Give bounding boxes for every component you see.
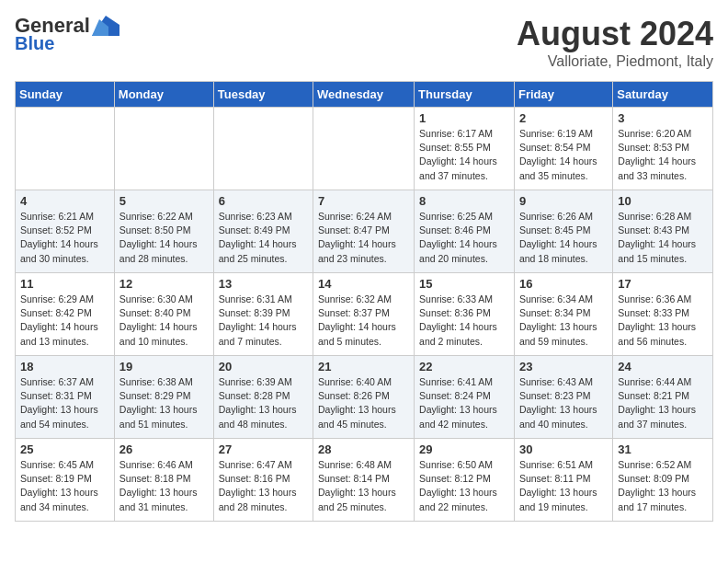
- day-info: Sunrise: 6:20 AMSunset: 8:53 PMDaylight:…: [618, 127, 708, 183]
- day-number: 31: [618, 442, 708, 456]
- calendar-day-24: 24Sunrise: 6:44 AMSunset: 8:21 PMDayligh…: [613, 356, 713, 439]
- day-info: Sunrise: 6:37 AMSunset: 8:31 PMDaylight:…: [20, 375, 109, 431]
- day-number: 13: [219, 277, 308, 291]
- calendar-week-row: 1Sunrise: 6:17 AMSunset: 8:55 PMDaylight…: [16, 108, 713, 190]
- day-info: Sunrise: 6:47 AMSunset: 8:16 PMDaylight:…: [219, 458, 308, 514]
- calendar-day-16: 16Sunrise: 6:34 AMSunset: 8:34 PMDayligh…: [514, 273, 612, 356]
- day-number: 11: [20, 277, 109, 291]
- day-info: Sunrise: 6:40 AMSunset: 8:26 PMDaylight:…: [318, 375, 409, 431]
- day-info: Sunrise: 6:45 AMSunset: 8:19 PMDaylight:…: [20, 458, 109, 514]
- calendar-day-12: 12Sunrise: 6:30 AMSunset: 8:40 PMDayligh…: [114, 273, 213, 356]
- day-number: 20: [219, 360, 308, 373]
- page-header: General Blue August 2024 Valloriate, Pie…: [15, 15, 713, 70]
- calendar-day-17: 17Sunrise: 6:36 AMSunset: 8:33 PMDayligh…: [613, 273, 713, 356]
- calendar-day-14: 14Sunrise: 6:32 AMSunset: 8:37 PMDayligh…: [313, 273, 415, 356]
- calendar-empty-cell: [313, 108, 415, 190]
- day-number: 29: [419, 442, 509, 456]
- header-friday: Friday: [514, 82, 612, 108]
- calendar-day-22: 22Sunrise: 6:41 AMSunset: 8:24 PMDayligh…: [415, 356, 515, 439]
- calendar-day-26: 26Sunrise: 6:46 AMSunset: 8:18 PMDayligh…: [114, 439, 213, 522]
- day-info: Sunrise: 6:22 AMSunset: 8:50 PMDaylight:…: [119, 210, 209, 266]
- day-number: 23: [519, 360, 608, 373]
- day-number: 19: [119, 360, 209, 373]
- day-number: 17: [618, 277, 708, 291]
- calendar-day-4: 4Sunrise: 6:21 AMSunset: 8:52 PMDaylight…: [16, 190, 115, 273]
- day-info: Sunrise: 6:29 AMSunset: 8:42 PMDaylight:…: [20, 293, 109, 349]
- calendar-empty-cell: [114, 108, 213, 190]
- day-info: Sunrise: 6:48 AMSunset: 8:14 PMDaylight:…: [318, 458, 409, 514]
- day-number: 8: [419, 194, 509, 208]
- title-area: August 2024 Valloriate, Piedmont, Italy: [517, 15, 713, 70]
- day-number: 9: [519, 194, 608, 208]
- header-monday: Monday: [114, 82, 213, 108]
- day-info: Sunrise: 6:46 AMSunset: 8:18 PMDaylight:…: [119, 458, 209, 514]
- day-number: 18: [20, 360, 109, 373]
- day-number: 27: [219, 442, 308, 456]
- header-wednesday: Wednesday: [313, 82, 415, 108]
- day-info: Sunrise: 6:21 AMSunset: 8:52 PMDaylight:…: [20, 210, 109, 266]
- calendar-day-3: 3Sunrise: 6:20 AMSunset: 8:53 PMDaylight…: [613, 108, 713, 190]
- calendar-empty-cell: [213, 108, 313, 190]
- calendar-week-row: 11Sunrise: 6:29 AMSunset: 8:42 PMDayligh…: [16, 273, 713, 356]
- day-number: 21: [318, 360, 409, 373]
- day-info: Sunrise: 6:33 AMSunset: 8:36 PMDaylight:…: [419, 293, 509, 349]
- calendar-week-row: 25Sunrise: 6:45 AMSunset: 8:19 PMDayligh…: [16, 439, 713, 522]
- calendar-day-30: 30Sunrise: 6:51 AMSunset: 8:11 PMDayligh…: [514, 439, 612, 522]
- calendar-day-25: 25Sunrise: 6:45 AMSunset: 8:19 PMDayligh…: [16, 439, 115, 522]
- header-saturday: Saturday: [613, 82, 713, 108]
- calendar-day-27: 27Sunrise: 6:47 AMSunset: 8:16 PMDayligh…: [213, 439, 313, 522]
- logo: General Blue: [15, 15, 119, 53]
- day-number: 30: [519, 442, 608, 456]
- day-info: Sunrise: 6:26 AMSunset: 8:45 PMDaylight:…: [519, 210, 608, 266]
- day-number: 15: [419, 277, 509, 291]
- calendar-day-7: 7Sunrise: 6:24 AMSunset: 8:47 PMDaylight…: [313, 190, 415, 273]
- day-number: 24: [618, 360, 708, 373]
- day-number: 10: [618, 194, 708, 208]
- day-number: 16: [519, 277, 608, 291]
- day-info: Sunrise: 6:36 AMSunset: 8:33 PMDaylight:…: [618, 293, 708, 349]
- calendar-empty-cell: [16, 108, 115, 190]
- calendar-day-5: 5Sunrise: 6:22 AMSunset: 8:50 PMDaylight…: [114, 190, 213, 273]
- header-thursday: Thursday: [415, 82, 515, 108]
- day-info: Sunrise: 6:23 AMSunset: 8:49 PMDaylight:…: [219, 210, 308, 266]
- calendar-day-31: 31Sunrise: 6:52 AMSunset: 8:09 PMDayligh…: [613, 439, 713, 522]
- day-number: 5: [119, 194, 209, 208]
- day-info: Sunrise: 6:30 AMSunset: 8:40 PMDaylight:…: [119, 293, 209, 349]
- calendar-table: SundayMondayTuesdayWednesdayThursdayFrid…: [15, 81, 713, 522]
- header-tuesday: Tuesday: [213, 82, 313, 108]
- day-number: 22: [419, 360, 509, 373]
- calendar-week-row: 18Sunrise: 6:37 AMSunset: 8:31 PMDayligh…: [16, 356, 713, 439]
- day-number: 14: [318, 277, 409, 291]
- calendar-header-row: SundayMondayTuesdayWednesdayThursdayFrid…: [16, 82, 713, 108]
- day-number: 7: [318, 194, 409, 208]
- day-number: 6: [219, 194, 308, 208]
- calendar-day-19: 19Sunrise: 6:38 AMSunset: 8:29 PMDayligh…: [114, 356, 213, 439]
- header-sunday: Sunday: [16, 82, 115, 108]
- calendar-day-2: 2Sunrise: 6:19 AMSunset: 8:54 PMDaylight…: [514, 108, 612, 190]
- day-number: 3: [618, 111, 708, 125]
- day-info: Sunrise: 6:17 AMSunset: 8:55 PMDaylight:…: [419, 127, 509, 183]
- logo-text-blue: Blue: [15, 33, 54, 53]
- day-info: Sunrise: 6:24 AMSunset: 8:47 PMDaylight:…: [318, 210, 409, 266]
- location-subtitle: Valloriate, Piedmont, Italy: [517, 53, 713, 70]
- calendar-day-18: 18Sunrise: 6:37 AMSunset: 8:31 PMDayligh…: [16, 356, 115, 439]
- calendar-day-9: 9Sunrise: 6:26 AMSunset: 8:45 PMDaylight…: [514, 190, 612, 273]
- calendar-week-row: 4Sunrise: 6:21 AMSunset: 8:52 PMDaylight…: [16, 190, 713, 273]
- calendar-day-11: 11Sunrise: 6:29 AMSunset: 8:42 PMDayligh…: [16, 273, 115, 356]
- calendar-day-21: 21Sunrise: 6:40 AMSunset: 8:26 PMDayligh…: [313, 356, 415, 439]
- day-number: 1: [419, 111, 509, 125]
- calendar-day-13: 13Sunrise: 6:31 AMSunset: 8:39 PMDayligh…: [213, 273, 313, 356]
- day-number: 25: [20, 442, 109, 456]
- day-info: Sunrise: 6:52 AMSunset: 8:09 PMDaylight:…: [618, 458, 708, 514]
- day-info: Sunrise: 6:32 AMSunset: 8:37 PMDaylight:…: [318, 293, 409, 349]
- day-info: Sunrise: 6:51 AMSunset: 8:11 PMDaylight:…: [519, 458, 608, 514]
- calendar-day-23: 23Sunrise: 6:43 AMSunset: 8:23 PMDayligh…: [514, 356, 612, 439]
- calendar-day-29: 29Sunrise: 6:50 AMSunset: 8:12 PMDayligh…: [415, 439, 515, 522]
- month-year-title: August 2024: [517, 15, 713, 53]
- day-info: Sunrise: 6:43 AMSunset: 8:23 PMDaylight:…: [519, 375, 608, 431]
- calendar-day-28: 28Sunrise: 6:48 AMSunset: 8:14 PMDayligh…: [313, 439, 415, 522]
- day-number: 28: [318, 442, 409, 456]
- day-info: Sunrise: 6:31 AMSunset: 8:39 PMDaylight:…: [219, 293, 308, 349]
- day-info: Sunrise: 6:50 AMSunset: 8:12 PMDaylight:…: [419, 458, 509, 514]
- calendar-day-8: 8Sunrise: 6:25 AMSunset: 8:46 PMDaylight…: [415, 190, 515, 273]
